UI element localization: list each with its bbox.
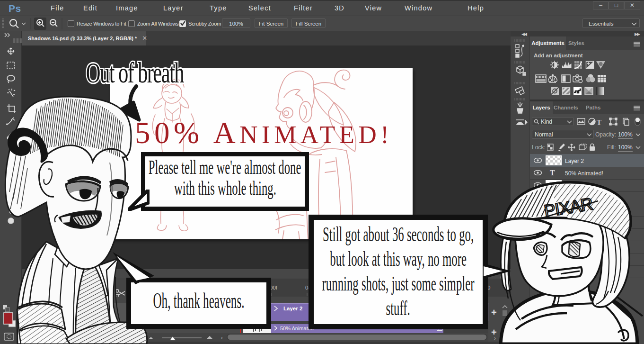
svg-text:T: T [597,118,601,126]
